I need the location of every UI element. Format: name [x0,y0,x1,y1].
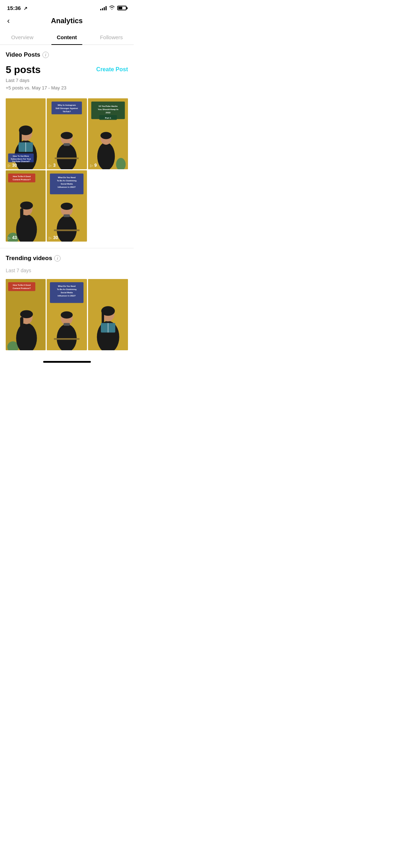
home-indicator [0,357,134,366]
posts-meta: Last 7 days +5 posts vs. May 17 - May 23 [6,77,128,92]
svg-rect-76 [102,311,104,325]
posts-period: Last 7 days [6,77,128,84]
svg-text:Still Stronger Against: Still Stronger Against [56,107,78,109]
signal-icon [100,6,107,10]
svg-point-25 [101,132,112,139]
trending-section: Trending videos i Last 7 days How To Be … [0,255,134,350]
svg-text:How To Get More: How To Get More [13,155,29,157]
svg-text:Influencer in 2022?: Influencer in 2022? [58,186,76,188]
trending-info-icon[interactable]: i [54,255,61,262]
video-5-stats: ▷ 30 [47,234,87,242]
svg-text:To Be An Outshining: To Be An Outshining [57,180,77,182]
svg-rect-20 [55,157,79,159]
page-title: Analytics [51,17,83,25]
play-icon-4: ▷ [8,236,11,240]
video-thumb-5[interactable]: What Do You Need To Be An Outshining Soc… [47,170,87,242]
tab-overview[interactable]: Overview [0,30,45,45]
svg-text:TikTok?: TikTok? [63,110,71,113]
svg-rect-58 [8,282,35,291]
svg-text:Social Media: Social Media [61,183,73,185]
svg-rect-4 [19,130,22,144]
svg-rect-38 [8,174,35,182]
video-posts-title: Video Posts i [6,51,128,58]
svg-rect-65 [64,323,70,326]
svg-rect-71 [54,338,80,340]
video-thumb-4[interactable]: How To Be A Good Content Producer? ▷ 43 [6,170,46,242]
video-3-stats: ▷ 9 [88,161,128,169]
page-header: ‹ Analytics [0,13,134,30]
svg-point-57 [20,310,33,318]
svg-text:What Do You Need: What Do You Need [58,285,76,287]
view-count-4: 43 [12,235,17,240]
trending-thumb-2[interactable]: What Do You Need To Be An Outshining Soc… [47,279,87,350]
svg-point-37 [20,202,33,210]
battery-icon [117,6,127,10]
svg-point-64 [61,311,73,319]
svg-text:How To Be A Good: How To Be A Good [13,284,31,286]
trending-title: Trending videos i [6,255,128,262]
play-icon-3: ▷ [90,164,93,167]
svg-text:What Do You Need: What Do You Need [58,177,76,179]
status-bar: 15:36 ↗ [0,0,134,13]
svg-text:Content Producer?: Content Producer? [13,179,31,181]
svg-text:To Be An Outshining: To Be An Outshining [57,288,77,290]
video-posts-info-icon[interactable]: i [42,52,49,58]
trending-videos-grid: How To Be A Good Content Producer? What … [6,279,128,350]
wifi-icon [109,5,115,11]
svg-point-14 [61,132,73,139]
posts-count: 5 posts [6,64,41,76]
svg-text:2022: 2022 [106,111,110,113]
status-icons [100,5,127,11]
view-count-5: 30 [53,235,58,240]
svg-text:Why Is Instagram: Why Is Instagram [58,104,76,106]
create-post-button[interactable]: Create Post [96,64,128,73]
posts-summary: 5 posts Create Post [6,64,128,76]
trending-thumb-3[interactable] [88,279,128,350]
video-thumb-3[interactable]: 10 YouTube Hacks You Should Keep In 2022… [88,98,128,170]
video-thumb-2[interactable]: Why Is Instagram Still Stronger Against … [47,98,87,170]
svg-text:10 YouTube Hacks: 10 YouTube Hacks [98,104,118,107]
svg-text:Social Media: Social Media [61,291,73,294]
svg-text:Influencer in 2022?: Influencer in 2022? [58,295,76,297]
svg-text:Part 1: Part 1 [105,117,111,119]
video-4-stats: ▷ 43 [6,234,46,242]
analytics-tabs: Overview Content Followers [0,30,134,45]
section-divider [0,248,134,248]
status-time: 15:36 ↗ [7,5,27,11]
trending-period: Last 7 days [6,268,128,273]
trending-thumb-1[interactable]: How To Be A Good Content Producer? [6,279,46,350]
svg-point-44 [61,203,73,210]
view-count-1: 30 [12,163,17,168]
video-2-stats: ▷ 3 [47,161,87,169]
video-thumb-1[interactable]: How To Get More Subscribers For Your You… [6,98,46,170]
home-bar [43,361,91,363]
svg-text:You Should Keep In: You Should Keep In [98,108,118,110]
play-icon-2: ▷ [49,164,52,167]
video-1-stats: ▷ 30 [6,161,46,169]
play-icon: ▷ [8,164,11,167]
main-content: Video Posts i 5 posts Create Post Last 7… [0,45,134,242]
posts-comparison: +5 posts vs. May 17 - May 23 [6,84,128,92]
view-count-3: 9 [94,163,97,168]
svg-text:How To Be A Good: How To Be A Good [13,175,31,177]
play-icon-5: ▷ [49,236,52,240]
svg-text:Content Producer?: Content Producer? [13,287,31,289]
location-icon: ↗ [24,6,27,11]
svg-rect-51 [54,229,80,231]
tab-followers[interactable]: Followers [89,30,134,45]
svg-rect-45 [64,215,70,217]
tab-content[interactable]: Content [45,30,89,45]
svg-rect-15 [64,143,70,146]
svg-rect-56 [20,317,23,339]
back-button[interactable]: ‹ [7,17,10,25]
video-posts-grid: How To Get More Subscribers For Your You… [6,98,128,242]
view-count-2: 3 [53,163,56,168]
svg-rect-36 [20,208,23,231]
svg-text:Subscribers For Your: Subscribers For Your [11,157,31,160]
